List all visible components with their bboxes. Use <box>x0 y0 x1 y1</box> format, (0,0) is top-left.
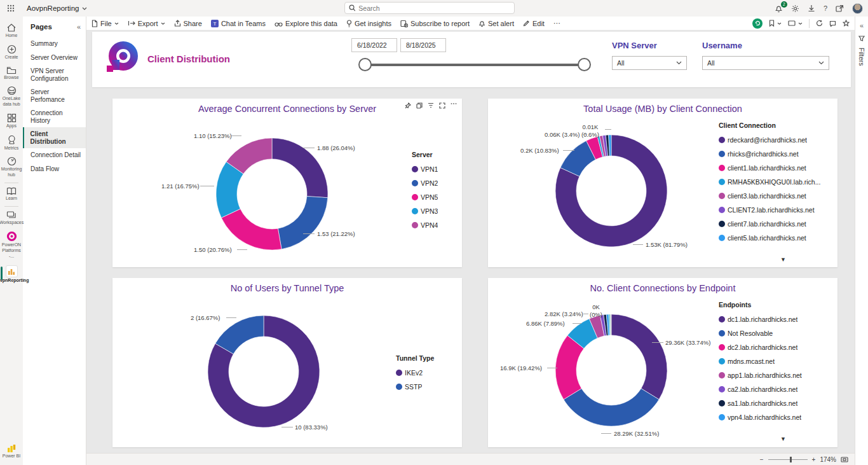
bookmarks-menu[interactable] <box>769 20 782 27</box>
legend-item[interactable]: client5.lab.richardhicks.net <box>719 231 820 245</box>
donut-chart-servers[interactable] <box>215 137 329 251</box>
visual-users-by-tunnel-type[interactable]: No of Users by Tunnel Type 10 (83.33%) 2… <box>112 278 462 447</box>
legend-item[interactable]: VPN1 <box>412 162 438 176</box>
settings-gear-icon[interactable] <box>791 4 799 13</box>
legend-item[interactable]: dc2.lab.richardhicks.net <box>719 340 802 354</box>
legend-item[interactable]: CLIENT2.lab.richardhicks.net <box>719 203 820 217</box>
page-item-server-overview[interactable]: Server Overview <box>23 51 86 65</box>
date-end-input[interactable]: 8/18/2025 <box>400 38 446 52</box>
legend-item[interactable]: Not Resolvable <box>719 326 802 340</box>
nav-workspaces[interactable]: Workspaces <box>0 208 23 229</box>
edit-button[interactable]: Edit <box>523 20 545 27</box>
legend-item[interactable]: IKEv2 <box>396 366 434 380</box>
legend-item[interactable]: VPN3 <box>412 204 438 218</box>
legend-item[interactable]: VPN5 <box>412 190 438 204</box>
visual-avg-concurrent-connections[interactable]: Average Concurrent Connections by Server… <box>112 99 462 267</box>
zoom-slider-thumb[interactable] <box>790 457 792 462</box>
pin-visual-icon[interactable] <box>405 102 411 109</box>
favorite-star-button[interactable] <box>843 20 850 27</box>
feedback-share-icon[interactable] <box>836 4 844 12</box>
chat-in-teams-button[interactable]: T Chat in Teams <box>211 20 266 27</box>
nav-metrics[interactable]: Metrics <box>0 132 23 155</box>
filters-rail-label[interactable]: Filters <box>858 48 865 66</box>
username-dropdown[interactable]: All <box>702 56 829 70</box>
legend-item[interactable]: ca2.lab.richardhicks.net <box>719 382 802 396</box>
legend-item[interactable]: VPN4 <box>412 218 438 232</box>
zoom-slider[interactable] <box>768 459 808 460</box>
legend-item[interactable]: SSTP <box>396 380 434 394</box>
legend-item[interactable]: vpn4.lab.richardhicks.net <box>719 410 802 424</box>
more-options-button[interactable]: ⋯ <box>553 19 560 27</box>
set-alert-button[interactable]: Set alert <box>478 20 514 27</box>
nav-browse[interactable]: Browse <box>0 64 23 84</box>
page-item-data-flow[interactable]: Data Flow <box>23 162 86 176</box>
nav-apps[interactable]: Apps <box>0 111 23 132</box>
nav-monitoring-hub[interactable]: Monitoring hub <box>0 154 23 181</box>
focus-mode-icon[interactable] <box>439 102 445 109</box>
donut-chart-client-usage[interactable] <box>554 134 668 248</box>
legend-item[interactable]: client7.lab.richardhicks.net <box>719 217 820 231</box>
vpn-server-dropdown[interactable]: All <box>612 56 687 70</box>
legend-item[interactable]: client1.lab.richardhicks.net <box>719 161 820 175</box>
more-options-icon[interactable] <box>451 102 457 109</box>
nav-create[interactable]: Create <box>0 42 23 64</box>
legend-item[interactable]: rhicks@richardhicks.net <box>719 147 820 161</box>
download-icon[interactable] <box>808 4 815 12</box>
filter-funnel-icon[interactable] <box>858 36 865 41</box>
visual-connections-by-endpoint[interactable]: No. Client Connections by Endpoint 29.36… <box>488 278 837 447</box>
visual-total-usage-by-client[interactable]: Total Usage (MB) by Client Connection 1.… <box>488 99 837 267</box>
page-item-vpn-server-configuration[interactable]: VPN Server Configuration <box>23 64 86 85</box>
lightbulb-icon <box>346 20 352 27</box>
app-title[interactable]: AovpnReporting <box>27 4 87 12</box>
zoom-in-button[interactable]: + <box>812 456 816 463</box>
help-icon[interactable]: ? <box>824 4 827 12</box>
export-menu[interactable]: Export <box>128 20 165 27</box>
file-menu[interactable]: File <box>92 20 119 27</box>
search-input[interactable] <box>344 2 515 14</box>
page-item-summary[interactable]: Summary <box>23 37 86 51</box>
page-item-connection-detail[interactable]: Connection Detail <box>23 148 86 162</box>
donut-chart-tunnel-type[interactable] <box>207 314 321 429</box>
date-range-slider-track[interactable] <box>365 64 585 66</box>
legend-item[interactable]: rdeckard@richardhicks.net <box>719 133 820 147</box>
copy-visual-icon[interactable] <box>416 102 423 109</box>
waffle-menu-icon[interactable] <box>0 4 22 12</box>
fit-to-page-icon[interactable] <box>841 457 848 462</box>
get-insights-button[interactable]: Get insights <box>346 20 391 27</box>
collapse-pages-icon[interactable]: « <box>77 23 81 31</box>
refresh-button[interactable] <box>816 20 823 27</box>
view-menu[interactable] <box>788 20 803 26</box>
date-range-slider-handle-end[interactable] <box>578 58 591 71</box>
legend-item[interactable]: dc1.lab.richardhicks.net <box>719 312 802 326</box>
notifications-bell-icon[interactable]: 2 <box>775 4 783 13</box>
zoom-out-button[interactable]: − <box>760 456 764 463</box>
legend-item[interactable]: sa1.lab.richardhicks.net <box>719 396 802 410</box>
filters-applied-icon[interactable] <box>428 102 434 109</box>
legend-item[interactable]: mdns.mcast.net <box>719 354 802 368</box>
date-start-input[interactable]: 6/18/2022 <box>351 38 397 52</box>
search-input-field[interactable] <box>358 4 510 12</box>
legend-item[interactable]: VPN2 <box>412 176 438 190</box>
donut-chart-endpoints[interactable] <box>554 313 668 427</box>
nav-home[interactable]: Home <box>0 20 23 42</box>
explore-this-data-button[interactable]: Explore this data <box>275 20 337 27</box>
nav-aovpnreporting[interactable]: AovpnReporting <box>0 263 23 287</box>
nav-learn[interactable]: Learn <box>0 184 23 205</box>
subscribe-to-report-button[interactable]: Subscribe to report <box>400 20 470 27</box>
nav-poweron-platforms[interactable]: PowerON Platforms -... <box>0 228 23 262</box>
legend-scroll-down-icon[interactable]: ▼ <box>780 436 786 442</box>
share-button[interactable]: Share <box>174 20 202 27</box>
user-avatar[interactable] <box>852 3 863 14</box>
date-range-slider-handle-start[interactable] <box>358 58 372 71</box>
reset-to-default-button[interactable] <box>752 18 763 29</box>
legend-item[interactable]: app1.lab.richardhicks.net <box>719 368 802 382</box>
nav-onelake[interactable]: OneLake data hub <box>0 83 23 111</box>
legend-item[interactable]: client3.lab.richardhicks.net <box>719 189 820 203</box>
legend-scroll-down-icon[interactable]: ▼ <box>780 256 786 263</box>
page-item-client-distribution[interactable]: Client Distribution <box>23 127 86 148</box>
expand-filters-icon[interactable]: « <box>860 22 864 29</box>
legend-item[interactable]: RMHA5KBXHIQGU0I.lab.rich... <box>719 175 820 189</box>
page-item-server-perfomance[interactable]: Server Perfomance <box>23 85 86 106</box>
comments-button[interactable] <box>829 20 836 27</box>
page-item-connection-history[interactable]: Connection History <box>23 106 86 127</box>
